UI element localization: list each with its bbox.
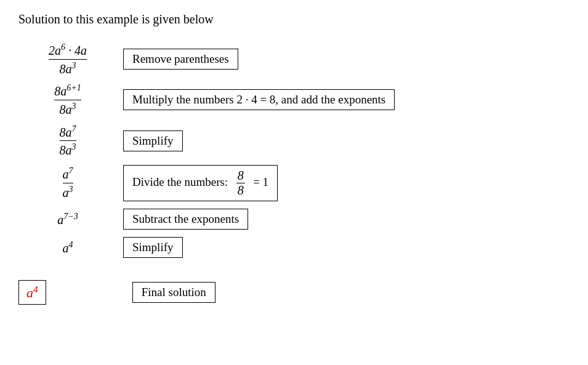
step-description-4: Divide the numbers: 8 8 = 1 [117,161,570,205]
step-row-1: 2a6 · 4a 8a3 Remove parentheses [18,39,570,79]
step-description-5: Subtract the exponents [117,205,570,233]
step-box-1: Remove parentheses [123,49,238,70]
final-solution-label: Final solution [132,282,215,303]
step-row-5: a7−3 Subtract the exponents [18,205,570,233]
step-row-2: 8a6+1 8a3 Multiply the numbers 2 · 4 = 8… [18,79,570,120]
final-section: a4 Final solution [18,280,570,305]
final-answer-box: a4 [18,280,46,305]
step-description-2: Multiply the numbers 2 · 4 = 8, and add … [117,79,570,120]
math-expression-1: 2a6 · 4a 8a3 [18,39,117,79]
math-expression-5: a7−3 [18,205,117,233]
math-expression-2: 8a6+1 8a3 [18,79,117,120]
step-row-6: a4 Simplify [18,233,570,262]
step-description-3: Simplify [117,121,570,161]
step-box-6: Simplify [123,237,183,258]
math-expression-4: a7 a3 [18,161,117,205]
intro-text: Solution to this example is given below [18,12,570,26]
step-box-5: Subtract the exponents [123,209,248,230]
step-description-1: Remove parentheses [117,39,570,79]
step-row-3: 8a7 8a3 Simplify [18,121,570,161]
step-description-6: Simplify [117,233,570,262]
step-box-3: Simplify [123,130,183,151]
step-row-4: a7 a3 Divide the numbers: 8 8 = 1 [18,161,570,205]
step-box-4: Divide the numbers: 8 8 = 1 [123,165,278,201]
math-expression-6: a4 [18,233,117,262]
step-box-2: Multiply the numbers 2 · 4 = 8, and add … [123,89,395,110]
math-expression-3: 8a7 8a3 [18,121,117,161]
